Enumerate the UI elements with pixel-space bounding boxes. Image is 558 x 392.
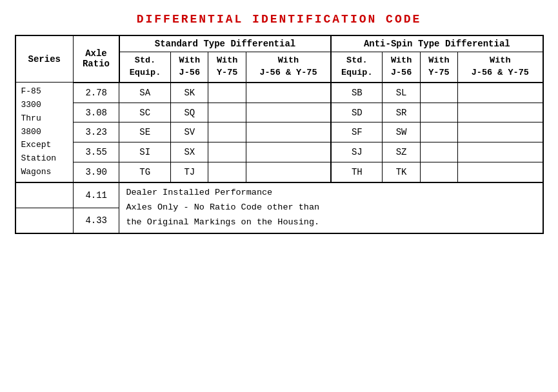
dealer-series-blank <box>15 182 74 208</box>
dealer-series-blank-2 <box>15 208 74 233</box>
j56-cell: SQ <box>171 103 208 122</box>
antispin-group-header: Anti-Spin Type Differential <box>331 35 543 52</box>
header-group-row: Series Axle Ratio Standard Type Differen… <box>15 35 543 52</box>
as-j56-cell: TK <box>383 162 420 182</box>
standard-group-header: Standard Type Differential <box>119 35 331 52</box>
std-cell: SA <box>119 83 171 103</box>
axle-ratio-header: Axle Ratio <box>74 35 119 83</box>
j56y75-cell <box>246 83 331 103</box>
std-cell: SI <box>119 142 171 162</box>
with-j56-as-header: With J-56 <box>383 52 420 83</box>
std-cell: SC <box>119 103 171 122</box>
y75-cell <box>208 122 246 142</box>
table-row: 3.23 SE SV SF SW <box>15 122 543 142</box>
with-j56-y75-header: With J-56 & Y-75 <box>246 52 331 83</box>
dealer-note-line1: Dealer Installed Performance <box>126 188 272 197</box>
j56-cell: SV <box>171 122 208 142</box>
std-equip-as-header: Std. Equip. <box>331 52 383 83</box>
with-y75-header: With Y-75 <box>208 52 246 83</box>
ratio-cell: 3.08 <box>74 103 119 122</box>
as-std-cell: SJ <box>331 142 383 162</box>
as-j56y75-cell <box>458 122 543 142</box>
table-row: 3.08 SC SQ SD SR <box>15 103 543 122</box>
dealer-ratio-2: 4.33 <box>74 208 119 233</box>
as-j56-cell: SW <box>383 122 420 142</box>
with-y75-as-header: With Y-75 <box>420 52 457 83</box>
as-j56-cell: SZ <box>383 142 420 162</box>
with-j56-header: With J-56 <box>171 52 208 83</box>
as-std-cell: SD <box>331 103 383 122</box>
as-y75-cell <box>420 83 457 103</box>
page-title: DIFFERENTIAL IDENTIFICATION CODE <box>15 13 544 26</box>
dealer-note-line3: the Original Markings on the Housing. <box>126 217 319 227</box>
std-cell: SE <box>119 122 171 142</box>
as-j56y75-cell <box>458 162 543 182</box>
as-std-cell: SB <box>331 83 383 103</box>
ratio-cell: 2.78 <box>74 83 119 103</box>
as-j56-cell: SL <box>383 83 420 103</box>
j56y75-cell <box>246 122 331 142</box>
table-row: F-853300Thru3800ExceptStationWagons 2.78… <box>15 83 543 103</box>
ratio-cell: 3.90 <box>74 162 119 182</box>
differential-table: Series Axle Ratio Standard Type Differen… <box>15 35 544 234</box>
as-j56y75-cell <box>458 103 543 122</box>
with-j56-y75-as-header: With J-56 & Y-75 <box>458 52 543 83</box>
ratio-cell: 3.55 <box>74 142 119 162</box>
as-y75-cell <box>420 122 457 142</box>
std-equip-header: Std. Equip. <box>119 52 171 83</box>
as-y75-cell <box>420 142 457 162</box>
y75-cell <box>208 162 246 182</box>
j56y75-cell <box>246 162 331 182</box>
as-j56y75-cell <box>458 83 543 103</box>
std-cell: TG <box>119 162 171 182</box>
y75-cell <box>208 142 246 162</box>
dealer-note-line2: Axles Only - No Ratio Code other than <box>126 202 319 212</box>
table-row: 3.90 TG TJ TH TK <box>15 162 543 182</box>
ratio-cell: 3.23 <box>74 122 119 142</box>
as-j56-cell: SR <box>383 103 420 122</box>
j56-cell: SX <box>171 142 208 162</box>
as-y75-cell <box>420 103 457 122</box>
as-y75-cell <box>420 162 457 182</box>
table-row: 3.55 SI SX SJ SZ <box>15 142 543 162</box>
as-std-cell: SF <box>331 122 383 142</box>
as-std-cell: TH <box>331 162 383 182</box>
dealer-note: Dealer Installed Performance Axles Only … <box>119 182 543 233</box>
j56-cell: SK <box>171 83 208 103</box>
j56-cell: TJ <box>171 162 208 182</box>
series-header: Series <box>15 35 74 83</box>
as-j56y75-cell <box>458 142 543 162</box>
y75-cell <box>208 103 246 122</box>
j56y75-cell <box>246 103 331 122</box>
y75-cell <box>208 83 246 103</box>
page-container: DIFFERENTIAL IDENTIFICATION CODE Series … <box>15 13 544 234</box>
dealer-row-1: 4.11 Dealer Installed Performance Axles … <box>15 182 543 208</box>
j56y75-cell <box>246 142 331 162</box>
dealer-ratio-1: 4.11 <box>74 182 119 208</box>
series-cell: F-853300Thru3800ExceptStationWagons <box>15 83 74 182</box>
